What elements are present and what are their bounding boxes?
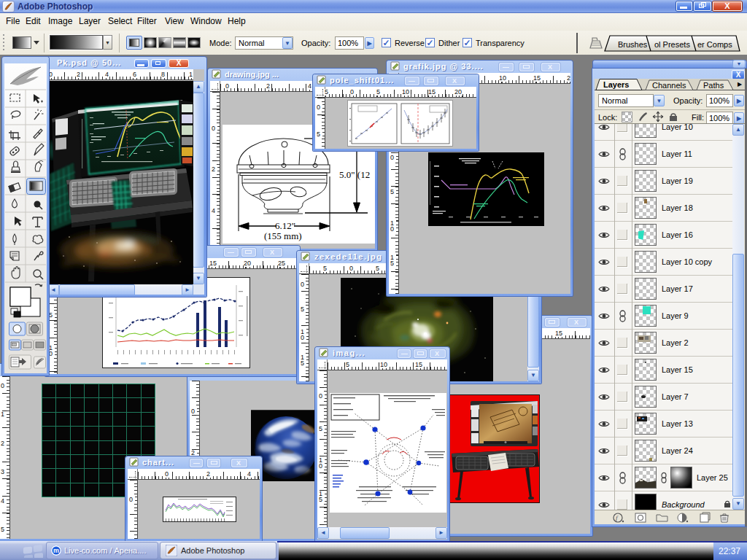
svg-text:6.12": 6.12"	[275, 220, 295, 231]
svg-text:(155 mm): (155 mm)	[264, 230, 302, 241]
svg-text:f: f	[616, 514, 619, 521]
svg-text:5.0" (12: 5.0" (12	[339, 169, 370, 180]
